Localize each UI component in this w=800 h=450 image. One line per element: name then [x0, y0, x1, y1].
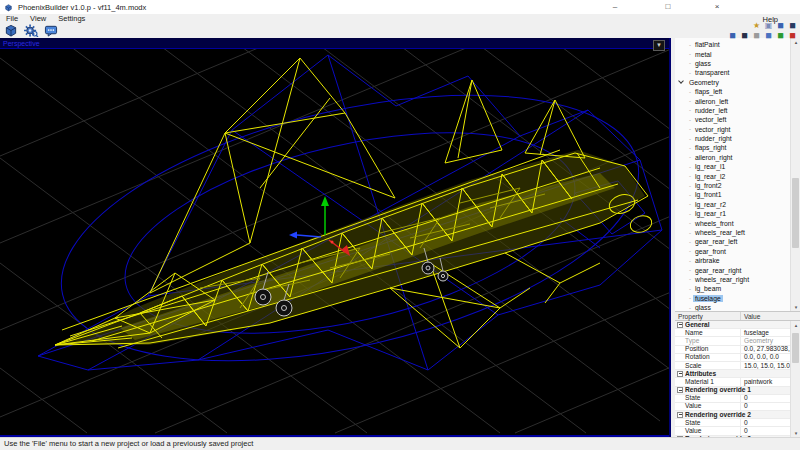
tree-tool-icon[interactable]: ◼: [740, 31, 749, 40]
tree-item[interactable]: lg_rear_r2: [675, 200, 789, 209]
collapse-icon[interactable]: [677, 387, 683, 393]
close-button[interactable]: ×: [707, 0, 727, 14]
menu-item[interactable]: File: [0, 14, 24, 23]
tree-item-label: gear_front: [693, 248, 728, 255]
collapse-icon[interactable]: [677, 412, 683, 418]
tree-branch-line: [689, 60, 691, 66]
property-value[interactable]: 0.0, 0.0, 0.0: [741, 353, 790, 361]
tree-branch-line: [689, 258, 691, 264]
settings-gear-icon[interactable]: [22, 24, 40, 38]
model-cube-icon[interactable]: [2, 24, 20, 38]
tree-branch-line: [689, 42, 691, 48]
gizmo-y-arrow[interactable]: [321, 196, 329, 206]
tree-branch-line: [689, 136, 691, 142]
tree-item[interactable]: vector_right: [675, 125, 789, 134]
tree-item-label: lg_rear_r1: [693, 210, 728, 217]
tree-item-label: aileron_left: [693, 98, 730, 105]
tree-item[interactable]: metal: [675, 49, 789, 58]
tree-item-label: vector_right: [693, 126, 733, 133]
property-value[interactable]: 0: [741, 427, 790, 435]
tree-branch-line: [689, 154, 691, 160]
tree-item[interactable]: flatPaint: [675, 40, 789, 49]
tree-item[interactable]: Geometry: [675, 78, 789, 87]
tree-branch-line: [689, 286, 691, 292]
property-value[interactable]: fuselage: [741, 329, 790, 337]
scrollbar-thumb[interactable]: [792, 333, 799, 363]
tree-item[interactable]: lg_front1: [675, 190, 789, 199]
tree-item-label: gear_rear_right: [693, 267, 743, 274]
menu-item-help[interactable]: Help: [763, 15, 778, 24]
scroll-up-icon[interactable]: ▴: [791, 321, 800, 329]
tree-item[interactable]: wheels_rear_left: [675, 228, 789, 237]
chevron-down-icon[interactable]: [678, 78, 684, 84]
tree-item[interactable]: fuselage: [675, 294, 789, 303]
tree-item[interactable]: lg_rear_l1: [675, 162, 789, 171]
property-row[interactable]: Rendering override 3: [675, 436, 790, 437]
tree-item[interactable]: airbrake: [675, 256, 789, 265]
tree-tool-icon[interactable]: ◼: [776, 31, 785, 40]
tree-item[interactable]: vector_left: [675, 115, 789, 124]
tree-tool-icon[interactable]: ★: [752, 21, 761, 30]
property-scrollbar[interactable]: ▴ ▾: [790, 321, 800, 437]
property-name: Value: [675, 427, 741, 435]
tree-item[interactable]: gear_front: [675, 247, 789, 256]
viewport-menu-button[interactable]: ▼: [653, 40, 665, 51]
menu-item[interactable]: Settings: [52, 14, 91, 23]
property-column-header[interactable]: Property: [675, 312, 741, 320]
scroll-down-icon[interactable]: ▾: [791, 303, 800, 311]
collapse-icon[interactable]: [677, 436, 683, 437]
value-column-header[interactable]: Value: [741, 312, 800, 320]
scroll-down-icon[interactable]: ▾: [791, 429, 800, 437]
tree-item[interactable]: rudder_left: [675, 106, 789, 115]
tree-item[interactable]: aileron_right: [675, 153, 789, 162]
viewport-canvas[interactable]: [0, 38, 671, 437]
messages-icon[interactable]: [42, 24, 60, 38]
tree-item[interactable]: lg_rear_l2: [675, 171, 789, 180]
tree-scrollbar[interactable]: ▴ ▾: [790, 38, 800, 311]
tree-item[interactable]: rudder_right: [675, 134, 789, 143]
tree-item[interactable]: glass: [675, 303, 789, 312]
tree-item[interactable]: gear_rear_left: [675, 237, 789, 246]
tree-item[interactable]: flaps_left: [675, 87, 789, 96]
property-value[interactable]: 0: [741, 402, 790, 410]
tree-tool-icon[interactable]: ◼: [728, 31, 737, 40]
tree-item[interactable]: flaps_right: [675, 143, 789, 152]
tree-tool-icon[interactable]: ◼: [788, 21, 797, 30]
tree-item[interactable]: wheels_front: [675, 218, 789, 227]
property-value[interactable]: paintwork: [741, 378, 790, 386]
tree-item-label: flaps_left: [693, 88, 724, 95]
tree-branch-line: [689, 117, 691, 123]
property-value[interactable]: 15.0, 15.0, 15.0: [741, 362, 790, 370]
property-value[interactable]: Geometry: [741, 337, 790, 345]
tree-item[interactable]: gear_rear_right: [675, 265, 789, 274]
collapse-icon[interactable]: [677, 371, 683, 377]
property-value[interactable]: 0: [741, 419, 790, 427]
property-name: Name: [675, 329, 741, 337]
tree-tool-icon[interactable]: ◼: [764, 31, 773, 40]
title-bar: PhoenixBuilder v1.0.p - vf11_4m.modx – □…: [0, 0, 800, 14]
tree-item-label: transparent: [693, 69, 731, 76]
menu-item[interactable]: View: [24, 14, 52, 23]
tree-item[interactable]: wheels_rear_right: [675, 275, 789, 284]
collapse-icon[interactable]: [677, 322, 683, 328]
viewport[interactable]: Perspective ▼: [0, 38, 671, 437]
app-logo-icon: [4, 3, 13, 12]
tree-item-label: rudder_left: [693, 107, 730, 114]
tree-branch-line: [689, 89, 691, 95]
gizmo-z-arrow[interactable]: [289, 232, 297, 239]
minimize-button[interactable]: –: [605, 0, 625, 14]
tree-branch-line: [689, 192, 691, 198]
tree-item[interactable]: glass: [675, 59, 789, 68]
scrollbar-thumb[interactable]: [792, 178, 799, 248]
tree-item[interactable]: lg_rear_r1: [675, 209, 789, 218]
tree-tool-icon[interactable]: ◼: [788, 31, 797, 40]
tree-item[interactable]: aileron_left: [675, 96, 789, 105]
maximize-button[interactable]: □: [658, 0, 678, 14]
tree-item[interactable]: transparent: [675, 68, 789, 77]
tree-item[interactable]: lg_front2: [675, 181, 789, 190]
tree-item[interactable]: lg_beam: [675, 284, 789, 293]
property-value[interactable]: 0: [741, 394, 790, 402]
property-value[interactable]: 0.0, 27.983038, 0.0..: [741, 345, 790, 353]
tree-branch-line: [689, 164, 691, 170]
tree-tool-icon[interactable]: ◼: [752, 31, 761, 40]
